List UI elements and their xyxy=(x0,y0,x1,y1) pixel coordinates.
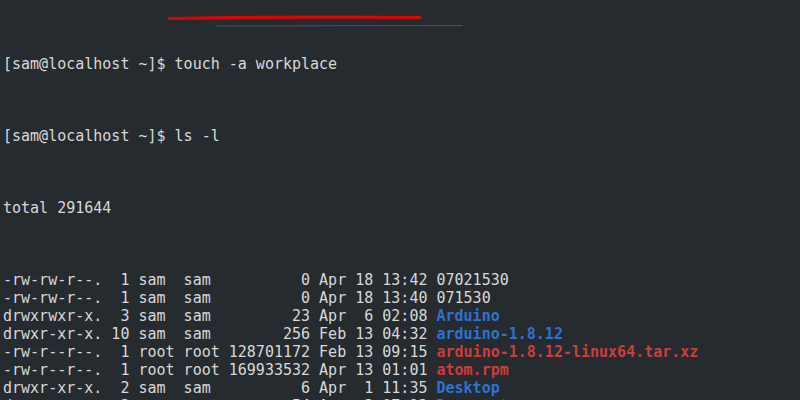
shell-prompt: [sam@localhost ~]$ xyxy=(3,127,166,145)
prompt-space xyxy=(166,127,175,145)
ls-row-meta: -rw-rw-r--. 1 sam sam 0 Apr 18 13:42 xyxy=(3,271,436,289)
ls-row-07021530: -rw-rw-r--. 1 sam sam 0 Apr 18 13:42 070… xyxy=(3,271,800,289)
file-name: atom.rpm xyxy=(436,361,508,379)
command-touch-text: touch -a workplace xyxy=(175,55,338,73)
ls-row-Desktop: drwxr-xr-x. 2 sam sam 6 Apr 1 11:35 Desk… xyxy=(3,379,800,397)
terminal-window[interactable]: [sam@localhost ~]$ touch -a workplace [s… xyxy=(0,0,800,400)
ls-row-meta: drwxr-xr-x. 10 sam sam 256 Feb 13 04:32 xyxy=(3,325,436,343)
command-line-touch: [sam@localhost ~]$ touch -a workplace xyxy=(3,55,800,73)
ls-total-line: total 291644 xyxy=(3,199,800,217)
file-name: 07021530 xyxy=(436,271,508,289)
ls-row-arduino-1.8.12: drwxr-xr-x. 10 sam sam 256 Feb 13 04:32 … xyxy=(3,325,800,343)
red-underline-annotation xyxy=(169,17,420,18)
command-ls-text: ls -l xyxy=(175,127,220,145)
ls-row-atom.rpm: -rw-r--r--. 1 root root 169933532 Apr 13… xyxy=(3,361,800,379)
file-name: arduino-1.8.12-linux64.tar.xz xyxy=(436,343,698,361)
file-name: 071530 xyxy=(436,289,490,307)
ls-row-meta: -rw-r--r--. 1 root root 128701172 Feb 13… xyxy=(3,343,436,361)
ls-row-Arduino: drwxrwxr-x. 3 sam sam 23 Apr 6 02:08 Ard… xyxy=(3,307,800,325)
ls-row-meta: drwxr-xr-x. 2 sam sam 6 Apr 1 11:35 xyxy=(3,379,436,397)
ls-row-071530: -rw-rw-r--. 1 sam sam 0 Apr 18 13:40 071… xyxy=(3,289,800,307)
command-line-ls: [sam@localhost ~]$ ls -l xyxy=(3,127,800,145)
ls-row-meta: -rw-r--r--. 1 root root 169933532 Apr 13… xyxy=(3,361,436,379)
faint-underline-annotation xyxy=(216,26,462,27)
ls-row-meta: -rw-rw-r--. 1 sam sam 0 Apr 18 13:40 xyxy=(3,289,436,307)
ls-row-arduino-1.8.12-linux64.tar.xz: -rw-r--r--. 1 root root 128701172 Feb 13… xyxy=(3,343,800,361)
file-name: Arduino xyxy=(436,307,499,325)
ls-output-listing: -rw-rw-r--. 1 sam sam 0 Apr 18 13:42 070… xyxy=(3,271,800,400)
shell-prompt: [sam@localhost ~]$ xyxy=(3,55,166,73)
ls-row-meta: drwxrwxr-x. 3 sam sam 23 Apr 6 02:08 xyxy=(3,307,436,325)
file-name: arduino-1.8.12 xyxy=(436,325,562,343)
file-name: Desktop xyxy=(436,379,499,397)
prompt-space xyxy=(166,55,175,73)
